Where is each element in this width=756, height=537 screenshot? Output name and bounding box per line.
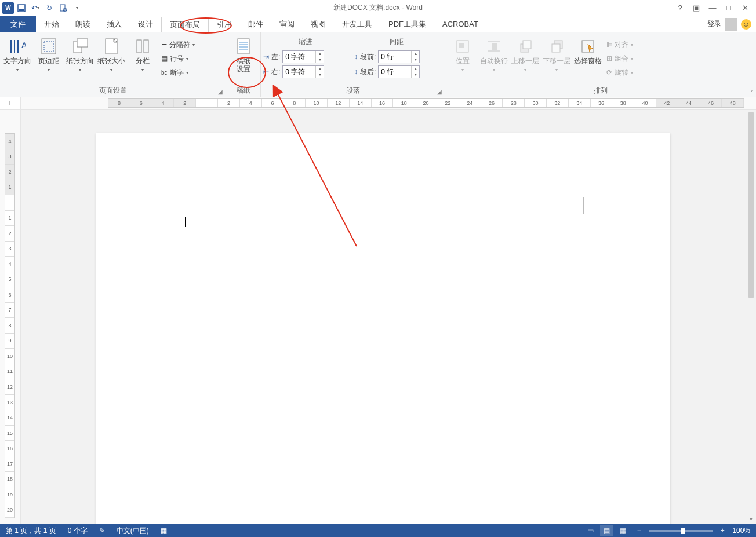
- tab-selector[interactable]: L: [0, 97, 21, 109]
- indent-left-spinner[interactable]: ▲▼: [282, 50, 324, 63]
- indent-left-icon: ⇥: [263, 53, 269, 61]
- view-print-layout-button[interactable]: ▤: [600, 525, 613, 536]
- tab-mail[interactable]: 邮件: [240, 16, 271, 32]
- space-after-spinner[interactable]: ▲▼: [378, 65, 420, 78]
- group-paragraph: 缩进 ⇥ 左: ▲▼ ⇤ 右: ▲▼ 间距 ↕ 段前: ▲▼: [261, 32, 445, 97]
- svg-rect-17: [523, 41, 531, 49]
- status-bar: 第 1 页，共 1 页 0 个字 ✎ 中文(中国) ▦ ▭ ▤ ▦ − + 10…: [0, 524, 756, 537]
- tab-design[interactable]: 设计: [130, 16, 161, 32]
- bring-forward-button: 上移一层▾: [510, 36, 540, 74]
- horizontal-ruler-area: L 86422468101214161820222426283032343638…: [0, 97, 756, 110]
- line-numbers-button[interactable]: ▤行号 ▾: [159, 52, 197, 65]
- undo-button[interactable]: ↶▾: [29, 2, 42, 14]
- document-area[interactable]: [21, 110, 746, 524]
- indent-right-input[interactable]: [283, 68, 315, 76]
- tab-reference[interactable]: 引用: [209, 16, 240, 32]
- breaks-button[interactable]: ⊢分隔符 ▾: [159, 38, 197, 51]
- status-page[interactable]: 第 1 页，共 1 页: [0, 524, 62, 537]
- group-arrange: 位置▾ 自动换行▾ 上移一层▾ 下移一层▾ 选择窗格 ⊫对齐 ▾ ⊞组合 ▾ ⟳…: [445, 32, 756, 97]
- breaks-icon: ⊢: [161, 41, 167, 49]
- zoom-out-button[interactable]: −: [633, 525, 645, 536]
- login-link[interactable]: 登录: [707, 19, 721, 29]
- rotate-icon: ⟳: [606, 68, 612, 76]
- hyphenation-button[interactable]: bc断字 ▾: [159, 66, 197, 79]
- line-num-icon: ▤: [161, 54, 168, 63]
- svg-rect-8: [77, 39, 88, 47]
- tab-home[interactable]: 开始: [36, 16, 67, 32]
- zoom-slider[interactable]: [649, 530, 713, 532]
- orientation-button[interactable]: 纸张方向▾: [65, 36, 95, 74]
- text-direction-button[interactable]: A 文字方向▾: [2, 36, 32, 74]
- tab-insert[interactable]: 插入: [99, 16, 130, 32]
- zoom-level[interactable]: 100%: [732, 527, 750, 535]
- tab-file[interactable]: 文件: [0, 16, 36, 32]
- vertical-scrollbar[interactable]: ▾: [746, 110, 756, 524]
- vertical-ruler[interactable]: 43211234567891011121314151617181920: [0, 110, 21, 524]
- svg-rect-20: [582, 41, 594, 52]
- margins-button[interactable]: 页边距▾: [34, 36, 64, 74]
- document-page[interactable]: [96, 133, 670, 524]
- space-before-spinner[interactable]: ▲▼: [378, 50, 420, 63]
- spacing-header: 间距: [354, 36, 438, 49]
- window-controls: ? ▣ — □ ✕: [673, 2, 756, 14]
- status-language[interactable]: 中文(中国): [111, 524, 155, 537]
- columns-button[interactable]: 分栏▾: [128, 36, 158, 74]
- view-web-layout-button[interactable]: ▦: [616, 525, 629, 536]
- tab-page-layout[interactable]: 页面布局: [161, 17, 209, 32]
- tab-view[interactable]: 视图: [303, 16, 334, 32]
- tab-review[interactable]: 审阅: [271, 16, 303, 32]
- space-after-input[interactable]: [379, 68, 411, 76]
- page-setup-launcher[interactable]: ◢: [216, 87, 224, 96]
- rotate-button: ⟳旋转 ▾: [604, 66, 635, 79]
- hyphen-icon: bc: [161, 70, 168, 76]
- maximize-button[interactable]: □: [721, 2, 736, 14]
- save-button[interactable]: [15, 2, 28, 14]
- indent-right-spinner[interactable]: ▲▼: [282, 65, 324, 78]
- zoom-slider-knob[interactable]: [681, 528, 685, 534]
- tab-pdf-tools[interactable]: PDF工具集: [380, 16, 434, 32]
- help-button[interactable]: ?: [673, 2, 688, 14]
- send-backward-button: 下移一层▾: [541, 36, 572, 74]
- status-word-count[interactable]: 0 个字: [62, 524, 93, 537]
- group-label-page-setup: 页面设置: [2, 85, 223, 97]
- selection-pane-button[interactable]: 选择窗格: [573, 36, 603, 65]
- horizontal-ruler[interactable]: 8642246810121416182022242628303234363840…: [21, 97, 756, 109]
- avatar-icon[interactable]: [725, 18, 737, 31]
- tab-acrobat[interactable]: ACROBAT: [434, 16, 486, 32]
- svg-text:A: A: [21, 41, 26, 50]
- zoom-in-button[interactable]: +: [716, 525, 729, 536]
- view-read-mode-button[interactable]: ▭: [584, 525, 597, 536]
- paragraph-launcher[interactable]: ◢: [435, 87, 444, 96]
- group-icon: ⊞: [606, 54, 612, 63]
- space-before-input[interactable]: [379, 53, 411, 61]
- svg-rect-14: [459, 43, 464, 48]
- status-macro-icon[interactable]: ▦: [155, 524, 173, 537]
- status-proofing-icon[interactable]: ✎: [93, 524, 111, 537]
- redo-button[interactable]: ↻: [43, 2, 56, 14]
- qat-customize-button[interactable]: ▾: [71, 2, 83, 14]
- indent-left-input[interactable]: [283, 53, 315, 61]
- group-label-arrange: 排列: [448, 85, 754, 97]
- scrollbar-thumb[interactable]: [748, 112, 754, 298]
- paper-size-button[interactable]: 纸张大小▾: [96, 36, 126, 74]
- close-button[interactable]: ✕: [737, 2, 753, 14]
- feedback-smile-icon[interactable]: ☺: [741, 19, 751, 30]
- scroll-down-button[interactable]: ▾: [746, 516, 756, 522]
- tab-read[interactable]: 朗读: [67, 16, 99, 32]
- text-cursor: [185, 217, 186, 227]
- svg-rect-11: [144, 40, 148, 53]
- ribbon: A 文字方向▾ 页边距▾ 纸张方向▾ 纸张大小▾ 分栏▾ ⊢分隔符 ▾ ▤行: [0, 32, 756, 97]
- margin-marker-top-left: [166, 197, 183, 214]
- minimize-button[interactable]: —: [705, 2, 720, 14]
- window-title: 新建DOCX 文档.docx - Word: [333, 3, 423, 13]
- ribbon-display-button[interactable]: ▣: [689, 2, 704, 14]
- space-after-icon: ↕: [354, 68, 358, 76]
- svg-rect-12: [238, 39, 249, 54]
- writing-paper-settings-button[interactable]: 稿纸 设置: [228, 36, 258, 73]
- tab-developer[interactable]: 开发工具: [334, 16, 380, 32]
- account-area: 登录 ☺: [707, 16, 751, 32]
- workspace: 43211234567891011121314151617181920 ▾: [0, 110, 756, 524]
- group-label-writing: 稿纸: [228, 85, 258, 97]
- print-preview-button[interactable]: [57, 2, 70, 14]
- collapse-ribbon-button[interactable]: ˄: [751, 89, 754, 96]
